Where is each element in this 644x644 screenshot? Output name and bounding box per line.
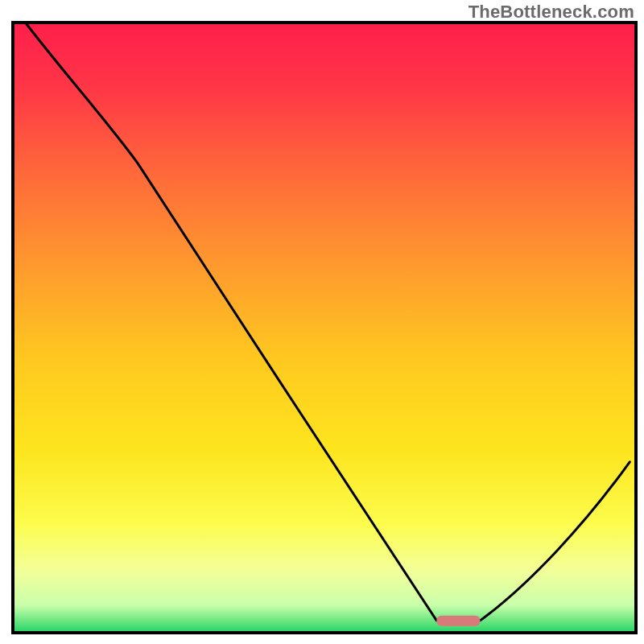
bottleneck-chart xyxy=(0,0,644,644)
watermark-text: TheBottleneck.com xyxy=(469,2,634,23)
optimum-marker xyxy=(436,616,480,626)
chart-stage: TheBottleneck.com xyxy=(0,0,644,644)
plot-background xyxy=(13,23,636,633)
